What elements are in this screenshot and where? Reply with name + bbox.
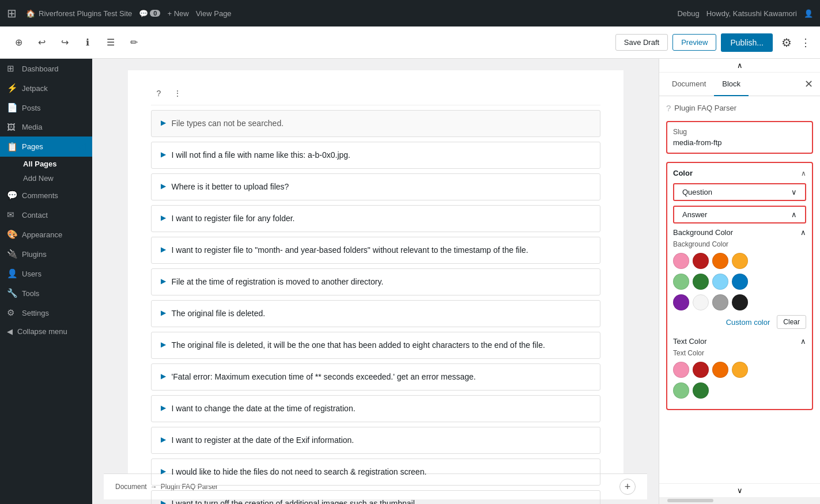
sidebar-item-settings[interactable]: ⚙ Settings	[0, 303, 92, 323]
faq-item[interactable]: ▶ File at the time of registration is mo…	[151, 268, 600, 295]
save-draft-button[interactable]: Save Draft	[615, 34, 668, 51]
text-color-swatch-pink[interactable]	[673, 362, 689, 378]
add-block-toolbar-button[interactable]: ⊕	[9, 33, 28, 52]
faq-item[interactable]: ▶ I would like to hide the files do not …	[151, 458, 600, 486]
more-options-button[interactable]: ⋮	[800, 36, 811, 49]
block-question-icon[interactable]: ?	[151, 85, 167, 101]
sidebar-item-posts[interactable]: 📄 Posts	[0, 98, 92, 118]
pages-arrow-icon: ◀	[78, 141, 85, 152]
faq-arrow-icon: ▶	[161, 435, 166, 444]
redo-button[interactable]: ↪	[55, 33, 74, 52]
faq-arrow-icon: ▶	[161, 150, 166, 158]
faq-item[interactable]: ▶ I want to change the date at the time …	[151, 395, 600, 422]
text-color-swatch-orange[interactable]	[712, 362, 728, 378]
answer-color-button[interactable]: Answer ∧	[673, 206, 806, 223]
color-swatch-light-blue[interactable]	[712, 274, 728, 290]
jetpack-icon: ⚡	[7, 83, 17, 93]
color-swatch-pink[interactable]	[673, 253, 689, 269]
sidebar-item-dashboard[interactable]: ⊞ Dashboard	[0, 59, 92, 78]
faq-arrow-icon: ▶	[161, 245, 166, 253]
faq-text: I want to change the date at the time of…	[172, 403, 356, 415]
faq-item[interactable]: ▶ I want to register file to "month- and…	[151, 237, 600, 264]
wp-logo-icon[interactable]: ⊞	[7, 6, 17, 20]
sidebar-subitem-add-new[interactable]: Add New	[18, 171, 92, 185]
panel-scroll-up[interactable]: ∧	[659, 59, 820, 73]
panel-close-button[interactable]: ✕	[802, 75, 815, 93]
tab-document[interactable]: Document	[664, 73, 714, 96]
text-color-swatch-yellow[interactable]	[732, 362, 748, 378]
faq-item[interactable]: ▶ The original file is deleted.	[151, 300, 600, 327]
horizontal-scrollbar[interactable]	[659, 497, 820, 504]
answer-button-label: Answer	[682, 210, 707, 219]
block-more-icon[interactable]: ⋮	[169, 85, 186, 101]
question-color-button[interactable]: Question ∨	[673, 183, 806, 201]
sidebar-item-label: Posts	[22, 104, 41, 112]
faq-item[interactable]: ▶ I want to turn off the creation of add…	[151, 490, 600, 504]
color-swatch-black[interactable]	[732, 294, 748, 310]
tab-block[interactable]: Block	[714, 73, 749, 96]
color-swatch-green[interactable]	[693, 274, 709, 290]
publish-button[interactable]: Publish...	[721, 33, 773, 52]
panel-slug-input[interactable]	[673, 138, 806, 147]
profile-icon[interactable]: 👤	[804, 9, 813, 18]
howdy-label[interactable]: Howdy, Katsushi Kawamori	[706, 9, 797, 18]
faq-text: I will not find a file with name like th…	[172, 149, 350, 161]
color-section-header: Color ∧	[673, 169, 806, 177]
text-color-swatch-red[interactable]	[693, 362, 709, 378]
bg-chevron-up-icon: ∧	[800, 228, 806, 237]
color-swatch-light-green[interactable]	[673, 274, 689, 290]
sidebar-item-label: Plugins	[22, 250, 47, 259]
faq-item[interactable]: ▶ The original file is deleted, it will …	[151, 332, 600, 359]
site-name[interactable]: 🏠 Riverforest Plugins Test Site	[26, 9, 132, 18]
pencil-button[interactable]: ✏	[124, 33, 143, 52]
custom-color-link[interactable]: Custom color	[726, 318, 770, 327]
appearance-icon: 🎨	[7, 229, 17, 240]
color-swatch-purple[interactable]	[673, 294, 689, 310]
block-toolbar: ? ⋮	[151, 82, 600, 105]
sidebar-item-label: Pages	[22, 142, 43, 151]
sidebar-item-appearance[interactable]: 🎨 Appearance	[0, 225, 92, 244]
sidebar-item-pages[interactable]: 📋 Pages ◀	[0, 137, 92, 157]
sidebar-item-tools[interactable]: 🔧 Tools	[0, 283, 92, 303]
color-swatch-red[interactable]	[693, 253, 709, 269]
contact-icon: ✉	[7, 210, 17, 220]
color-swatch-yellow[interactable]	[732, 253, 748, 269]
faq-item[interactable]: ▶ I want to register file for any folder…	[151, 205, 600, 232]
new-button[interactable]: + New	[167, 9, 188, 18]
sidebar-item-plugins[interactable]: 🔌 Plugins	[0, 244, 92, 264]
notif-count: 0	[150, 10, 160, 17]
faq-item[interactable]: ▶ I want to register at the date of the …	[151, 427, 600, 454]
faq-arrow-icon: ▶	[161, 309, 166, 317]
collapse-menu-button[interactable]: ◀ Collapse menu	[0, 323, 92, 340]
preview-button[interactable]: Preview	[672, 34, 716, 51]
color-swatch-blue[interactable]	[732, 274, 748, 290]
settings-button[interactable]: ⚙	[777, 33, 796, 52]
faq-item[interactable]: ▶ I will not find a file with name like …	[151, 142, 600, 169]
sidebar-item-contact[interactable]: ✉ Contact	[0, 205, 92, 225]
sidebar-item-comments[interactable]: 💬 Comments	[0, 185, 92, 205]
panel-scroll-down[interactable]: ∨	[659, 483, 820, 497]
faq-arrow-icon: ▶	[161, 499, 166, 504]
view-page-link[interactable]: View Page	[196, 9, 232, 18]
color-swatch-light-gray[interactable]	[693, 294, 709, 310]
color-swatch-gray[interactable]	[712, 294, 728, 310]
info-button[interactable]: ℹ	[78, 33, 97, 52]
color-swatch-orange[interactable]	[712, 253, 728, 269]
text-color-swatch-light-green[interactable]	[673, 382, 689, 399]
faq-item[interactable]: ▶ 'Fatal error: Maximum execution time o…	[151, 363, 600, 391]
list-view-button[interactable]: ☰	[101, 33, 120, 52]
sidebar-item-users[interactable]: 👤 Users	[0, 264, 92, 283]
notifications[interactable]: 💬 0	[139, 9, 160, 18]
sidebar-item-jetpack[interactable]: ⚡ Jetpack	[0, 78, 92, 98]
plugin-help-icon[interactable]: ?	[666, 103, 671, 113]
site-name-label: Riverforest Plugins Test Site	[39, 9, 132, 18]
text-color-swatch-green[interactable]	[693, 382, 709, 399]
sidebar-subitem-all-pages[interactable]: All Pages	[18, 157, 92, 171]
sidebar-item-media[interactable]: 🖼 Media	[0, 118, 92, 137]
undo-button[interactable]: ↩	[32, 33, 51, 52]
faq-item[interactable]: ▶ Where is it better to upload files?	[151, 173, 600, 200]
clear-color-button[interactable]: Clear	[777, 315, 806, 329]
add-block-bottom-button[interactable]: +	[619, 479, 636, 495]
faq-item[interactable]: ▶ File types can not be searched.	[151, 110, 600, 137]
breadcrumb-document: Document	[115, 483, 147, 491]
